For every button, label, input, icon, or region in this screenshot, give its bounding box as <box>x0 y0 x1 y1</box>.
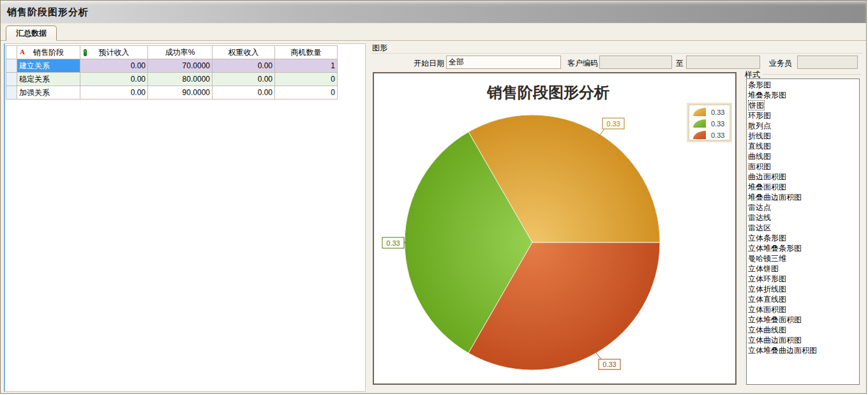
slice-label-orange: 0.33 <box>599 118 624 137</box>
style-item-pie-selected[interactable]: 饼图 <box>748 100 859 110</box>
chart-title: 销售阶段图形分析 <box>486 83 610 101</box>
graph-panel: 图形 开始日期 客户编码 至 业务员 <box>370 41 864 392</box>
style-item-curved-area[interactable]: 曲边面积图 <box>748 172 859 182</box>
col-header-stage[interactable]: A 销售阶段 <box>17 46 80 59</box>
legend-value: 0.33 <box>711 108 724 116</box>
style-item-donut[interactable]: 环形图 <box>748 110 859 121</box>
tab-strip: 汇总数据 <box>1 24 866 41</box>
style-item-stacked-curved-area[interactable]: 堆叠曲边面积图 <box>748 192 859 202</box>
legend-value: 0.33 <box>711 131 724 139</box>
customer-code-from-input[interactable] <box>599 56 672 69</box>
cell-success[interactable]: 80.0000 <box>148 73 213 86</box>
row-header-cell[interactable] <box>6 73 17 86</box>
svg-text:0.33: 0.33 <box>386 239 400 247</box>
title-bar: 销售阶段图形分析 <box>1 1 866 24</box>
col-header-count[interactable]: 商机数量 <box>275 46 338 59</box>
filter-pill-icon <box>84 49 87 56</box>
style-item-stacked-area[interactable]: 堆叠面积图 <box>748 182 859 192</box>
salesman-label: 业务员 <box>765 58 792 69</box>
col-header-success[interactable]: 成功率% <box>148 46 213 59</box>
style-item-straight-line[interactable]: 直线图 <box>748 141 859 151</box>
style-item-scatter[interactable]: 散列点 <box>748 121 859 131</box>
style-item-3d-bar[interactable]: 立体条形图 <box>748 233 859 243</box>
cell-success[interactable]: 90.0000 <box>148 86 213 100</box>
corner-cell <box>6 46 17 59</box>
salesman-input[interactable] <box>797 56 858 69</box>
svg-text:0.33: 0.33 <box>606 120 620 128</box>
content-area: A 销售阶段 预计收入 成功率% 权重收入 商机数量 <box>1 41 866 393</box>
col-header-expected[interactable]: 预计收入 <box>80 46 148 59</box>
table-row-selected[interactable]: 建立关系 0.00 70.0000 0.00 1 <box>6 59 338 73</box>
page-title: 销售阶段图形分析 <box>1 1 866 19</box>
col-header-weighted[interactable]: 权重收入 <box>213 46 275 59</box>
pie-chart-svg: 销售阶段图形分析 0.33 0.3 <box>374 73 735 384</box>
customer-code-to-input[interactable] <box>686 56 760 69</box>
pie-chart-canvas[interactable]: 销售阶段图形分析 0.33 0.3 <box>373 72 737 385</box>
table-header-row: A 销售阶段 预计收入 成功率% 权重收入 商机数量 <box>6 46 338 59</box>
style-item-manhattan-3d[interactable]: 曼哈顿三维 <box>748 253 859 264</box>
cell-weighted[interactable]: 0.00 <box>213 86 275 100</box>
style-item-bar[interactable]: 条形图 <box>748 80 859 90</box>
row-header-cell[interactable] <box>6 59 17 73</box>
tab-summary-data[interactable]: 汇总数据 <box>6 26 57 41</box>
sales-stage-table: A 销售阶段 预计收入 成功率% 权重收入 商机数量 <box>6 45 338 100</box>
chart-style-listbox[interactable]: 条形图 堆叠条形图 饼图 环形图 散列点 折线图 直线图 曲线图 面积图 曲边面… <box>746 78 860 385</box>
style-item-curve[interactable]: 曲线图 <box>748 151 859 161</box>
slice-label-green: 0.33 <box>382 237 406 248</box>
cell-stage[interactable]: 建立关系 <box>17 59 80 73</box>
legend-value: 0.33 <box>711 120 724 128</box>
graph-group-border <box>371 53 863 54</box>
summary-grid-panel: A 销售阶段 预计收入 成功率% 权重收入 商机数量 <box>4 43 366 392</box>
cell-expected[interactable]: 0.00 <box>80 86 148 100</box>
style-item-area[interactable]: 面积图 <box>748 161 859 172</box>
cell-weighted[interactable]: 0.00 <box>213 59 275 73</box>
row-header-cell[interactable] <box>6 86 17 100</box>
style-group-border <box>763 74 862 75</box>
style-item-3d-donut[interactable]: 立体环形图 <box>748 274 859 284</box>
cell-success[interactable]: 70.0000 <box>148 59 213 73</box>
to-label: 至 <box>675 58 684 69</box>
chart-legend: 0.33 0.33 0.33 <box>687 103 731 142</box>
cell-count[interactable]: 0 <box>275 73 338 86</box>
style-item-3d-stacked-curved-area[interactable]: 立体堆叠曲边面积图 <box>748 345 859 355</box>
style-item-stacked-bar[interactable]: 堆叠条形图 <box>748 90 859 100</box>
cell-count[interactable]: 1 <box>275 59 338 73</box>
pie-slices <box>405 115 660 370</box>
style-item-3d-pie[interactable]: 立体饼图 <box>748 264 859 274</box>
style-item-radar-area[interactable]: 雷达区 <box>748 223 859 233</box>
sort-a-icon: A <box>20 48 25 56</box>
style-item-radar-line[interactable]: 雷达线 <box>748 212 859 223</box>
style-item-3d-stacked-area[interactable]: 立体堆叠面积图 <box>748 315 859 325</box>
style-item-3d-straight-line[interactable]: 立体直线图 <box>748 294 859 304</box>
cell-expected[interactable]: 0.00 <box>80 59 148 73</box>
cell-stage[interactable]: 稳定关系 <box>17 73 80 86</box>
cell-count[interactable]: 0 <box>275 86 338 100</box>
style-item-3d-stacked-bar[interactable]: 立体堆叠条形图 <box>748 243 859 253</box>
style-item-line[interactable]: 折线图 <box>748 131 859 141</box>
slice-label-red: 0.33 <box>596 353 620 369</box>
style-item-radar-point[interactable]: 雷达点 <box>748 202 859 212</box>
start-date-label: 开始日期 <box>387 58 444 69</box>
style-item-3d-line[interactable]: 立体折线图 <box>748 284 859 294</box>
table-row[interactable]: 加强关系 0.00 90.0000 0.00 0 <box>6 86 338 100</box>
cell-weighted[interactable]: 0.00 <box>213 73 275 86</box>
svg-text:0.33: 0.33 <box>602 361 616 368</box>
style-item-3d-curve[interactable]: 立体曲线图 <box>748 325 859 335</box>
table-row[interactable]: 稳定关系 0.00 80.0000 0.00 0 <box>6 73 338 86</box>
style-item-3d-area[interactable]: 立体面积图 <box>748 304 859 315</box>
graph-group-label: 图形 <box>372 43 387 54</box>
app-window: 销售阶段图形分析 汇总数据 A 销售阶段 预 <box>0 0 867 394</box>
start-date-input[interactable] <box>446 56 561 69</box>
cell-expected[interactable]: 0.00 <box>80 73 148 86</box>
customer-code-label: 客户编码 <box>561 58 598 69</box>
cell-stage[interactable]: 加强关系 <box>17 86 80 100</box>
style-item-3d-curved-area[interactable]: 立体曲边面积图 <box>748 335 859 345</box>
